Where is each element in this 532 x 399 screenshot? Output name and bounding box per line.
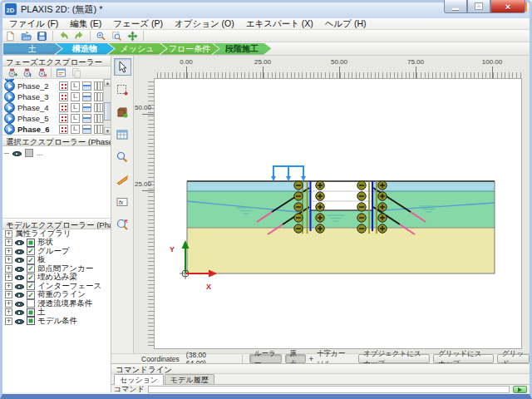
phase-icon[interactable] (4, 102, 15, 113)
menu-item-3[interactable]: オプション (O) (169, 18, 240, 30)
phase-name[interactable]: Phase_3 (15, 92, 57, 101)
command-tab-モデル履歴[interactable]: モデル履歴 (165, 374, 214, 384)
calc-type-icon[interactable] (59, 125, 68, 134)
model-tree-row-8[interactable]: +浸透流境界条件 (2, 299, 111, 308)
open-file-button[interactable] (18, 30, 34, 42)
mode-tab-構造物[interactable]: 構造物 (56, 43, 114, 55)
phase-icon[interactable] (4, 113, 15, 124)
phase-row-Phase_6[interactable]: Phase_6 (2, 124, 111, 135)
model-page[interactable]: Y X (154, 78, 522, 349)
phase-name[interactable]: Phase_6 (15, 125, 57, 134)
water-type-icon[interactable] (82, 114, 91, 123)
maximize-button[interactable] (467, 0, 490, 13)
zoom-extents-button[interactable] (109, 30, 125, 42)
visibility-eye-icon[interactable] (15, 308, 24, 316)
checkbox[interactable]: ✓ (27, 282, 35, 290)
calc-type-icon[interactable] (59, 81, 68, 91)
mode-tab-土[interactable]: 土 (3, 43, 62, 55)
solver-icon[interactable] (94, 81, 103, 91)
load-type-icon[interactable] (71, 125, 80, 134)
snap-object-button[interactable]: オブジェクトにスナップ (358, 354, 430, 363)
visibility-eye-icon[interactable] (15, 248, 24, 255)
solver-icon[interactable] (94, 103, 103, 112)
visibility-eye-icon[interactable] (15, 300, 24, 308)
phase-list-scrollbar[interactable]: ▲ ▼ (103, 79, 111, 135)
state-square-icon[interactable] (27, 317, 35, 325)
calc-type-icon[interactable] (59, 92, 68, 101)
phase-name[interactable]: Phase_5 (15, 114, 57, 123)
calc-type-icon[interactable] (59, 103, 68, 112)
checkbox[interactable]: ✓ (27, 273, 35, 282)
expander-plus-icon[interactable]: + (5, 265, 12, 273)
water-type-icon[interactable] (82, 92, 91, 101)
checkbox[interactable]: ✓ (27, 256, 35, 264)
zoom-in-tool-button[interactable] (114, 148, 131, 165)
phase-name[interactable]: Phase_2 (15, 81, 57, 91)
menu-item-4[interactable]: エキスパート (X) (240, 18, 319, 30)
partial-geometry-tool-button[interactable] (114, 170, 131, 188)
command-input[interactable] (148, 386, 510, 393)
phase-row-Phase_2[interactable]: Phase_2 (2, 81, 111, 91)
add-phase-button[interactable] (5, 67, 18, 78)
load-type-icon[interactable] (71, 114, 80, 123)
edit-phases-button[interactable] (54, 67, 67, 78)
curve-points-tool-button[interactable] (114, 126, 131, 143)
expander-plus-icon[interactable]: + (5, 256, 12, 264)
model-tree-row-0[interactable]: +属性ライブラリ (2, 229, 111, 239)
solver-icon[interactable] (94, 92, 103, 101)
load-type-icon[interactable] (71, 92, 80, 101)
run-command-button[interactable] (513, 386, 527, 393)
menu-item-1[interactable]: 編集 (E) (64, 18, 107, 30)
expression-tool-button[interactable]: fx (114, 193, 131, 210)
menu-item-5[interactable]: ヘルプ (H) (319, 18, 372, 30)
phase-icon[interactable] (4, 91, 15, 102)
zoom-in-button[interactable] (93, 30, 109, 42)
soil-layer-bottom[interactable] (187, 228, 495, 273)
snap-grid-button[interactable]: グリッドにスナップ (433, 354, 494, 363)
select-tool-button[interactable] (114, 58, 131, 76)
save-file-button[interactable] (34, 30, 50, 42)
insert-phase-button[interactable] (20, 67, 33, 78)
visibility-eye-icon[interactable] (15, 239, 24, 246)
redo-button[interactable] (71, 30, 87, 42)
state-square-icon[interactable] (27, 308, 35, 317)
phase-row-Phase_3[interactable]: Phase_3 (2, 91, 111, 102)
menu-item-2[interactable]: フェーズ (P) (107, 18, 169, 30)
model-tree-row-2[interactable]: +✓グループ (2, 247, 111, 256)
solver-icon[interactable] (94, 114, 103, 123)
visibility-eye-icon[interactable] (15, 265, 24, 273)
grid-toggle-button[interactable]: グリッド (497, 354, 530, 363)
visibility-eye-icon[interactable] (15, 283, 24, 290)
scroll-thumb[interactable] (104, 102, 111, 121)
selection-row[interactable]: ... (4, 149, 109, 157)
pan-button[interactable] (125, 30, 140, 42)
scroll-down-icon[interactable]: ▼ (104, 127, 111, 135)
phase-name[interactable]: Phase_4 (15, 103, 57, 112)
expander-plus-icon[interactable]: + (5, 283, 12, 290)
model-tree-row-10[interactable]: +モデル条件 (2, 317, 111, 326)
materials-tool-button[interactable] (114, 103, 131, 121)
expander-plus-icon[interactable]: + (5, 318, 12, 325)
load-type-icon[interactable] (71, 81, 80, 91)
partial-checkbox[interactable] (25, 149, 33, 157)
water-type-icon[interactable] (82, 103, 91, 112)
visibility-eye-icon[interactable] (12, 150, 22, 157)
expander-plus-icon[interactable]: + (5, 230, 12, 238)
menu-item-0[interactable]: ファイル (F) (3, 18, 64, 30)
visibility-eye-icon[interactable] (15, 273, 24, 281)
origin-toggle-button[interactable]: 原点 (285, 354, 306, 363)
checkbox[interactable]: ✓ (27, 291, 35, 299)
checkbox[interactable]: ✓ (27, 264, 35, 273)
minimize-button[interactable] (444, 0, 467, 13)
delete-phase-button[interactable] (35, 67, 48, 78)
checkbox[interactable] (27, 299, 35, 308)
zoom-reset-tool-button[interactable] (114, 215, 131, 233)
undo-button[interactable] (56, 30, 71, 42)
load-type-icon[interactable] (71, 103, 80, 112)
mode-tab-段階施工[interactable]: 段階施工 (213, 43, 271, 55)
phase-icon[interactable] (4, 81, 15, 91)
solver-icon[interactable] (94, 125, 103, 134)
mode-tab-フロー条件[interactable]: フロー条件 (160, 43, 219, 55)
expander-plus-icon[interactable]: + (5, 273, 12, 281)
expander-plus-icon[interactable]: + (5, 248, 12, 255)
